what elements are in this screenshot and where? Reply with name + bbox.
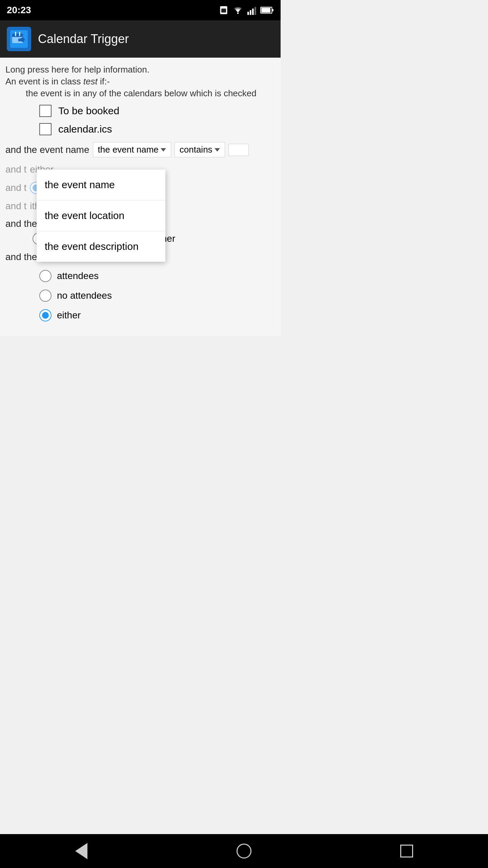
svg-point-2 bbox=[237, 13, 239, 14]
help-line3: the event is in any of the calendars bel… bbox=[26, 88, 275, 99]
dropdown-menu: the event name the event location the ev… bbox=[37, 170, 165, 262]
sim-icon bbox=[219, 5, 228, 15]
dropdown-item-event-location[interactable]: the event location bbox=[37, 200, 165, 231]
svg-rect-8 bbox=[261, 8, 270, 12]
event-has-section: and the event has: attendees no attendee… bbox=[5, 252, 275, 321]
event-row-2-label: and t bbox=[5, 164, 26, 175]
radio-attendees-outer[interactable] bbox=[39, 270, 52, 282]
calendar-checkbox-to-be-booked[interactable]: To be booked bbox=[39, 105, 275, 117]
dropdown-item-event-description[interactable]: the event description bbox=[37, 231, 165, 262]
status-bar: 20:23 bbox=[0, 0, 281, 20]
help-line2: An event is in class test if:- bbox=[5, 76, 275, 87]
contains-selected: contains bbox=[180, 144, 212, 155]
dropdown-item-event-name-label: the event name bbox=[45, 179, 115, 190]
svg-rect-16 bbox=[18, 39, 20, 41]
dropdown-item-event-name[interactable]: the event name bbox=[37, 170, 165, 200]
contains-arrow-icon bbox=[215, 148, 220, 152]
event-name-row: and the event name the event name contai… bbox=[5, 142, 275, 157]
svg-rect-3 bbox=[247, 12, 249, 15]
calendar-label-calendar-ics: calendar.ics bbox=[58, 123, 112, 135]
attendees-option-attendees[interactable]: attendees bbox=[39, 270, 275, 282]
event-field-dropdown[interactable]: the event name bbox=[93, 142, 171, 157]
radio-attendees-label: attendees bbox=[57, 271, 99, 281]
help-line2-end: if:- bbox=[98, 76, 110, 86]
event-row-3-label: and t bbox=[5, 182, 26, 193]
status-icons bbox=[219, 5, 274, 15]
value-input[interactable] bbox=[228, 144, 249, 156]
signal-icon bbox=[247, 5, 257, 15]
checkbox-calendar-ics[interactable] bbox=[39, 123, 52, 135]
attendees-options: attendees no attendees either bbox=[39, 270, 275, 321]
calendar-checkbox-calendar-ics[interactable]: calendar.ics bbox=[39, 123, 275, 135]
contains-dropdown[interactable]: contains bbox=[175, 142, 225, 157]
event-row-4-label: and t bbox=[5, 201, 26, 212]
radio-no-attendees-label: no attendees bbox=[57, 290, 112, 301]
svg-rect-12 bbox=[12, 36, 23, 37]
app-icon-inner bbox=[10, 30, 28, 48]
attendees-option-no-attendees[interactable]: no attendees bbox=[39, 290, 275, 302]
radio-either-attendees-inner bbox=[42, 312, 49, 319]
class-name: test bbox=[83, 76, 98, 86]
app-bar: Calendar Trigger bbox=[0, 20, 281, 58]
attendees-option-either[interactable]: either bbox=[39, 309, 275, 321]
help-line1[interactable]: Long press here for help information. bbox=[5, 64, 275, 75]
battery-icon bbox=[260, 5, 274, 15]
radio-no-attendees-outer[interactable] bbox=[39, 290, 52, 302]
calendar-trigger-icon bbox=[11, 31, 27, 47]
event-field-arrow-icon bbox=[161, 148, 166, 152]
svg-rect-9 bbox=[272, 9, 273, 12]
svg-rect-5 bbox=[252, 8, 254, 15]
app-icon bbox=[7, 27, 31, 51]
radio-either-attendees-outer[interactable] bbox=[39, 309, 52, 321]
svg-rect-6 bbox=[255, 7, 256, 15]
event-field-selected: the event name bbox=[98, 144, 159, 155]
dropdown-item-event-description-label: the event description bbox=[45, 241, 139, 252]
svg-rect-4 bbox=[250, 10, 251, 15]
checkbox-to-be-booked[interactable] bbox=[39, 105, 52, 117]
radio-either-attendees-label: either bbox=[57, 310, 81, 321]
status-time: 20:23 bbox=[7, 5, 31, 16]
help-line2-start: An event is in class bbox=[5, 76, 83, 86]
dropdown-item-event-location-label: the event location bbox=[45, 210, 124, 221]
calendar-label-to-be-booked: To be booked bbox=[58, 105, 119, 117]
event-name-label: and the event name bbox=[5, 144, 89, 155]
wifi-icon bbox=[232, 5, 244, 15]
app-title: Calendar Trigger bbox=[38, 32, 129, 46]
svg-rect-1 bbox=[221, 8, 226, 13]
